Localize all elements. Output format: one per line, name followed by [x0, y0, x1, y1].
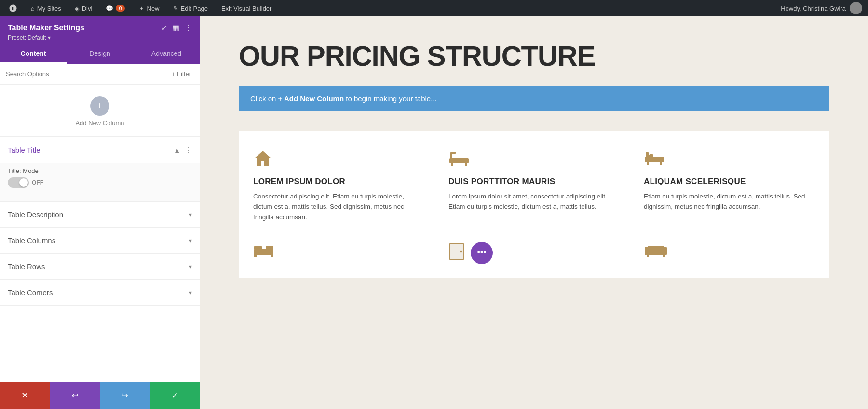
bath-icon: [448, 150, 620, 170]
svg-rect-6: [646, 152, 649, 158]
panel-layout-icon[interactable]: ▦: [172, 23, 179, 32]
undo-icon: ↩: [71, 390, 79, 401]
svg-point-16: [460, 250, 462, 252]
chevron-down-icon-4: ▾: [189, 289, 192, 297]
search-input[interactable]: [6, 70, 165, 78]
cancel-button[interactable]: ✕: [0, 382, 50, 409]
toggle-track[interactable]: [8, 177, 29, 188]
dots-icon: •••: [477, 248, 487, 258]
panel-title: Table Maker Settings: [8, 24, 84, 32]
section-table-title: Table Title ▲ ⋮ Title: Mode: [0, 137, 200, 202]
cell-text-1: Consectetur adipiscing elit. Etiam eu tu…: [253, 191, 424, 223]
pricing-heading: OUR PRICING STRUCTURE: [239, 40, 829, 71]
admin-bar-right: Howdy, Christina Gwira: [781, 2, 862, 14]
section-table-description-header[interactable]: Table Description ▾: [0, 202, 200, 227]
admin-avatar[interactable]: [850, 2, 862, 14]
panel-resize-icon[interactable]: ⤢: [161, 23, 167, 32]
admin-bar-exit-builder[interactable]: Exit Visual Builder: [218, 3, 275, 14]
section-table-columns-label: Table Columns: [8, 237, 55, 245]
cancel-icon: ✕: [21, 390, 28, 401]
section-table-title-content: Title: Mode OFF: [0, 163, 200, 201]
admin-bar-wp-logo[interactable]: [6, 2, 20, 14]
tab-advanced[interactable]: Advanced: [133, 45, 200, 64]
svg-rect-13: [271, 254, 273, 257]
admin-bar-comments[interactable]: 💬 0: [103, 3, 127, 14]
section-table-title-label: Table Title: [8, 146, 41, 154]
section-table-corners: Table Corners ▾: [0, 280, 200, 306]
panel-menu-icon[interactable]: ⋮: [184, 23, 192, 32]
svg-rect-7: [647, 162, 649, 165]
divi-icon: ◈: [75, 5, 80, 12]
toggle-thumb: [19, 178, 28, 187]
home-icon: [253, 150, 424, 170]
add-column-button[interactable]: +: [90, 96, 109, 116]
table-cell-2-1: [248, 237, 429, 269]
setting-title-mode: Title: Mode OFF: [8, 167, 192, 188]
divi-label: Divi: [82, 5, 93, 12]
svg-rect-1: [450, 153, 452, 159]
svg-rect-20: [648, 246, 664, 250]
svg-rect-10: [254, 246, 262, 250]
door-icon: [448, 242, 465, 264]
panel-content: + Add New Column Table Title ▲ ⋮ Title:: [0, 85, 200, 409]
tab-design[interactable]: Design: [67, 45, 133, 64]
section-table-title-header[interactable]: Table Title ▲ ⋮: [0, 137, 200, 163]
setting-title-mode-label: Title: Mode: [8, 167, 192, 174]
panel-title-row: Table Maker Settings ⤢ ▦ ⋮: [8, 23, 192, 32]
admin-bar-mysites[interactable]: ⌂ My Sites: [28, 3, 64, 14]
section-table-corners-header[interactable]: Table Corners ▾: [0, 280, 200, 305]
admin-bar-left: ⌂ My Sites ◈ Divi 💬 0 ＋ New ✎ Edit Page …: [6, 2, 274, 14]
cell-title-2: DUIS PORTTITOR MAURIS: [448, 177, 620, 186]
redo-icon: ↪: [121, 390, 128, 401]
save-icon: ✓: [171, 390, 178, 401]
tab-content[interactable]: Content: [0, 45, 67, 64]
chevron-down-icon: ▾: [189, 211, 192, 219]
section-table-rows-header[interactable]: Table Rows ▾: [0, 254, 200, 279]
toggle-switch-area: OFF: [8, 177, 192, 188]
svg-rect-4: [465, 163, 467, 166]
mysites-label: My Sites: [37, 5, 61, 12]
cell-text-3: Etiam eu turpis molestie, dictum est a, …: [644, 191, 815, 212]
left-panel: Table Maker Settings ⤢ ▦ ⋮ Preset: Defau…: [0, 16, 200, 409]
section-table-columns: Table Columns ▾: [0, 228, 200, 254]
panel-tabs: Content Design Advanced: [0, 45, 200, 64]
tab-advanced-label: Advanced: [151, 50, 181, 57]
section-menu-icon[interactable]: ⋮: [184, 145, 192, 155]
table-cell-1-1: LOREM IPSUM DOLOR Consectetur adipiscing…: [248, 145, 429, 227]
redo-button[interactable]: ↪: [100, 382, 150, 409]
admin-bar-new[interactable]: ＋ New: [136, 2, 163, 14]
section-table-rows: Table Rows ▾: [0, 254, 200, 280]
mysites-icon: ⌂: [31, 5, 35, 12]
section-table-description-label: Table Description: [8, 211, 63, 219]
exit-builder-label: Exit Visual Builder: [221, 5, 272, 12]
chevron-down-icon-3: ▾: [189, 263, 192, 271]
toggle-off-label: OFF: [32, 179, 43, 186]
section-table-columns-header[interactable]: Table Columns ▾: [0, 228, 200, 253]
panel-preset[interactable]: Preset: Default ▾: [8, 34, 192, 41]
comment-count: 0: [116, 5, 124, 12]
table-cell-1-2: DUIS PORTTITOR MAURIS Lorem ipsum dolor …: [444, 145, 624, 227]
plus-icon: ＋: [138, 4, 145, 13]
save-button[interactable]: ✓: [150, 382, 200, 409]
purple-dot-button[interactable]: •••: [471, 242, 493, 264]
svg-rect-8: [660, 162, 662, 165]
admin-bar-divi[interactable]: ◈ Divi: [72, 3, 95, 14]
table-grid: LOREM IPSUM DOLOR Consectetur adipiscing…: [248, 145, 820, 269]
undo-button[interactable]: ↩: [50, 382, 100, 409]
info-bar: Click on + Add New Column to begin makin…: [239, 86, 829, 111]
sofa-icon: [644, 242, 815, 260]
tab-design-label: Design: [89, 50, 110, 57]
table-cell-2-3: [639, 237, 820, 269]
info-bar-text-suffix: to begin making your table...: [346, 94, 436, 103]
filter-button[interactable]: + Filter: [169, 68, 194, 79]
section-header-right: ▲ ⋮: [174, 145, 192, 155]
tab-content-label: Content: [21, 50, 46, 57]
info-bar-bold: + Add New Column: [278, 94, 344, 103]
new-label: New: [147, 5, 160, 12]
svg-rect-3: [451, 163, 453, 166]
cell-text-2: Lorem ipsum dolor sit amet, consectetur …: [448, 191, 620, 212]
admin-bar-edit-page[interactable]: ✎ Edit Page: [170, 3, 211, 14]
section-table-corners-label: Table Corners: [8, 289, 53, 297]
table-cell-2-2: •••: [444, 237, 624, 269]
svg-rect-22: [663, 254, 665, 257]
